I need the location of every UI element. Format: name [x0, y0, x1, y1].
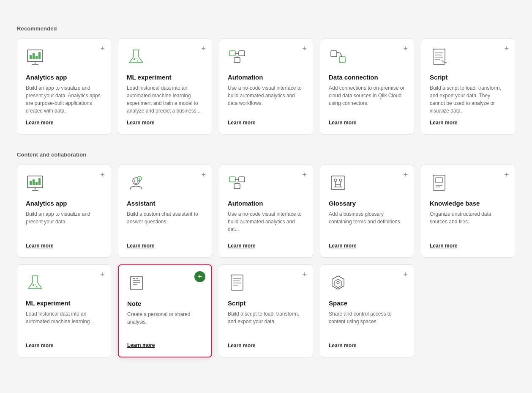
- card-learn-more-link[interactable]: Learn more: [26, 343, 102, 349]
- card-learn-more-link[interactable]: Learn more: [329, 120, 405, 126]
- card-analytics-app-rec[interactable]: + Analytics appBuild an app to visualize…: [17, 38, 111, 135]
- card-title: Assistant: [127, 200, 203, 207]
- svg-rect-7: [38, 52, 41, 59]
- card-plus-button[interactable]: +: [403, 171, 408, 179]
- card-title: ML experiment: [127, 74, 203, 81]
- svg-rect-17: [331, 51, 337, 57]
- svg-rect-4: [30, 55, 32, 59]
- script-icon: [430, 47, 450, 68]
- svg-rect-52: [436, 178, 442, 183]
- card-title: Knowledge base: [430, 200, 506, 207]
- card-plus-button[interactable]: +: [194, 271, 205, 282]
- card-plus-button[interactable]: +: [504, 45, 509, 52]
- card-description: Load historical data into an automated m…: [26, 310, 102, 338]
- card-title: Analytics app: [26, 200, 102, 207]
- card-description: Add connections to on-premise or cloud d…: [329, 84, 405, 115]
- card-automation-cc[interactable]: + AutomationUse a no-code visual interfa…: [219, 165, 313, 258]
- card-description: Build an app to visualize and present yo…: [26, 84, 102, 115]
- card-plus-button[interactable]: +: [504, 171, 509, 179]
- card-learn-more-link[interactable]: Learn more: [228, 243, 304, 249]
- card-plus-button[interactable]: +: [201, 45, 206, 52]
- ml-experiment-icon: [127, 47, 147, 68]
- card-plus-button[interactable]: +: [100, 271, 105, 278]
- card-plus-button[interactable]: +: [201, 171, 206, 179]
- svg-point-56: [33, 284, 34, 286]
- svg-marker-70: [332, 276, 344, 289]
- svg-rect-12: [229, 51, 235, 56]
- card-plus-button[interactable]: +: [403, 271, 408, 278]
- card-ml-experiment-rec[interactable]: + ML experimentLoad historical data into…: [118, 38, 212, 135]
- card-analytics-app-cc[interactable]: + Analytics appBuild an app to visualize…: [17, 165, 111, 258]
- card-description: Build a custom chat assistant to answer …: [127, 210, 203, 238]
- svg-point-10: [137, 60, 139, 62]
- card-assistant-cc[interactable]: + ✦ AssistantBuild a custom chat assista…: [118, 165, 212, 258]
- card-description: Load historical data into an automated m…: [127, 84, 203, 115]
- card-description: Create a personal or shared analysis.: [127, 311, 203, 337]
- card-learn-more-link[interactable]: Learn more: [127, 243, 203, 249]
- card-learn-more-link[interactable]: Learn more: [430, 120, 506, 126]
- card-description: Build a script to load, transform, and e…: [430, 84, 506, 115]
- card-title: Data connection: [329, 74, 405, 81]
- card-learn-more-link[interactable]: Learn more: [26, 120, 102, 126]
- card-glossary-cc[interactable]: + GlossaryAdd a business glossary contai…: [320, 165, 414, 258]
- analytics-app-icon: [26, 47, 46, 68]
- card-space-cc[interactable]: + SpaceShare and control access to conte…: [320, 264, 414, 357]
- card-learn-more-link[interactable]: Learn more: [329, 343, 405, 349]
- card-learn-more-link[interactable]: Learn more: [26, 243, 102, 249]
- section-label-recommended: Recommended: [17, 25, 515, 32]
- card-plus-button[interactable]: +: [100, 45, 105, 52]
- svg-rect-39: [229, 177, 235, 182]
- card-learn-more-link[interactable]: Learn more: [329, 243, 405, 249]
- data-connection-icon: [329, 47, 349, 68]
- analytics-app-icon2: [26, 173, 46, 194]
- svg-rect-44: [331, 176, 345, 190]
- svg-rect-30: [30, 181, 32, 185]
- svg-text:✦: ✦: [138, 177, 141, 181]
- cards-grid-recommended: + Analytics appBuild an app to visualize…: [17, 38, 515, 135]
- svg-rect-5: [33, 53, 35, 59]
- card-learn-more-link[interactable]: Learn more: [228, 343, 304, 349]
- card-data-connection-rec[interactable]: + Data connectionAdd connections to on-p…: [320, 38, 414, 135]
- svg-rect-31: [33, 179, 35, 185]
- svg-point-58: [35, 284, 35, 285]
- card-learn-more-link[interactable]: Learn more: [228, 120, 304, 126]
- card-description: Build a script to load, transform, and e…: [228, 310, 304, 338]
- card-learn-more-link[interactable]: Learn more: [127, 120, 203, 126]
- card-plus-button[interactable]: +: [302, 45, 307, 52]
- card-description: Share and control access to content usin…: [329, 310, 405, 338]
- card-title: ML experiment: [26, 300, 102, 307]
- card-plus-button[interactable]: +: [403, 45, 408, 52]
- script-icon2: [228, 273, 248, 294]
- card-plus-button[interactable]: +: [302, 271, 307, 278]
- knowledge-base-icon: [430, 173, 450, 194]
- card-plus-button[interactable]: +: [302, 171, 307, 179]
- card-ml-experiment-cc[interactable]: + ML experimentLoad historical data into…: [17, 264, 111, 357]
- svg-rect-40: [239, 177, 245, 182]
- card-learn-more-link[interactable]: Learn more: [430, 243, 506, 249]
- assistant-icon: ✦: [127, 173, 147, 194]
- ml-experiment-icon2: [26, 273, 46, 294]
- svg-point-57: [36, 286, 38, 288]
- card-note-cc[interactable]: + NoteCreate a personal or shared analys…: [118, 264, 212, 357]
- note-icon: [127, 274, 147, 294]
- card-title: Script: [430, 74, 506, 81]
- svg-rect-65: [231, 275, 243, 290]
- svg-point-9: [134, 58, 135, 60]
- svg-point-45: [334, 179, 337, 181]
- svg-rect-13: [239, 51, 245, 56]
- svg-rect-33: [38, 178, 41, 185]
- card-description: Build an app to visualize and present yo…: [26, 210, 102, 238]
- card-learn-more-link[interactable]: Learn more: [127, 342, 203, 348]
- card-knowledge-base-cc[interactable]: + Knowledge baseOrganize unstructured da…: [421, 165, 515, 258]
- svg-point-72: [337, 281, 339, 284]
- card-script-cc[interactable]: + ScriptBuild a script to load, transfor…: [219, 264, 313, 357]
- section-content-collab: Content and collaboration+ Analytics app…: [17, 151, 515, 357]
- section-label-content-collab: Content and collaboration: [17, 151, 515, 158]
- card-title: Note: [127, 300, 203, 307]
- card-plus-button[interactable]: +: [100, 171, 105, 179]
- svg-point-46: [339, 179, 342, 181]
- card-automation-rec[interactable]: + AutomationUse a no-code visual interfa…: [219, 38, 313, 135]
- card-title: Automation: [228, 74, 304, 81]
- card-script-rec[interactable]: + ScriptBuild a script to load, transfor…: [421, 38, 515, 135]
- section-recommended: Recommended+ Analytics appBuild an app t…: [17, 25, 515, 135]
